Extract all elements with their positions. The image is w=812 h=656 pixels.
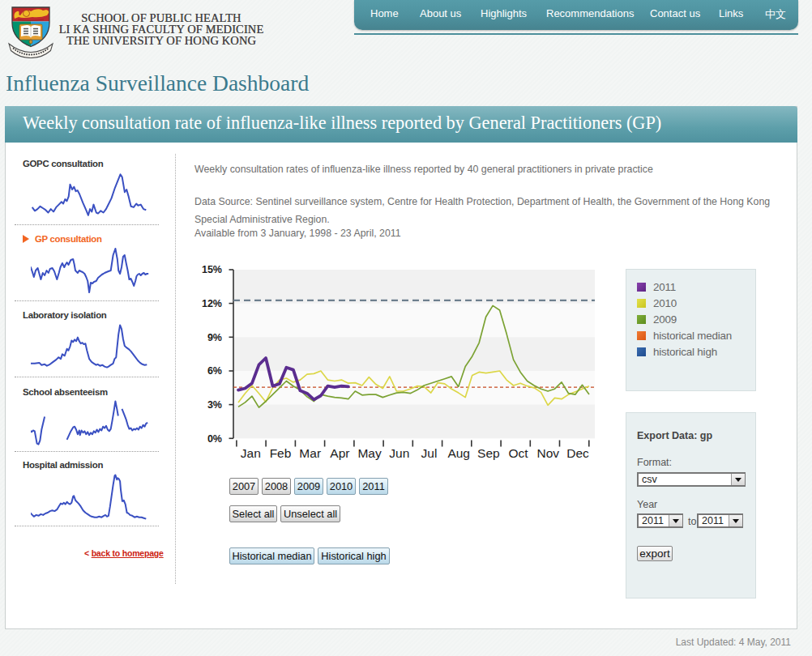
svg-text:9%: 9%: [207, 332, 222, 343]
svg-text:0%: 0%: [207, 433, 222, 445]
svg-text:15%: 15%: [202, 264, 222, 275]
svg-text:12%: 12%: [202, 298, 222, 309]
svg-text:Apr: Apr: [330, 446, 349, 460]
svg-text:Mar: Mar: [299, 446, 321, 460]
svg-text:Jun: Jun: [389, 446, 409, 460]
svg-text:Aug: Aug: [447, 446, 470, 460]
svg-text:Oct: Oct: [509, 446, 529, 460]
svg-text:Jan: Jan: [241, 446, 261, 460]
svg-text:Sep: Sep: [477, 446, 500, 460]
svg-text:Feb: Feb: [270, 446, 292, 460]
svg-text:3%: 3%: [207, 399, 222, 411]
svg-text:May: May: [357, 446, 382, 460]
svg-text:Dec: Dec: [566, 446, 589, 460]
svg-text:6%: 6%: [207, 365, 222, 377]
svg-text:Nov: Nov: [537, 446, 560, 460]
svg-text:Jul: Jul: [421, 446, 438, 460]
